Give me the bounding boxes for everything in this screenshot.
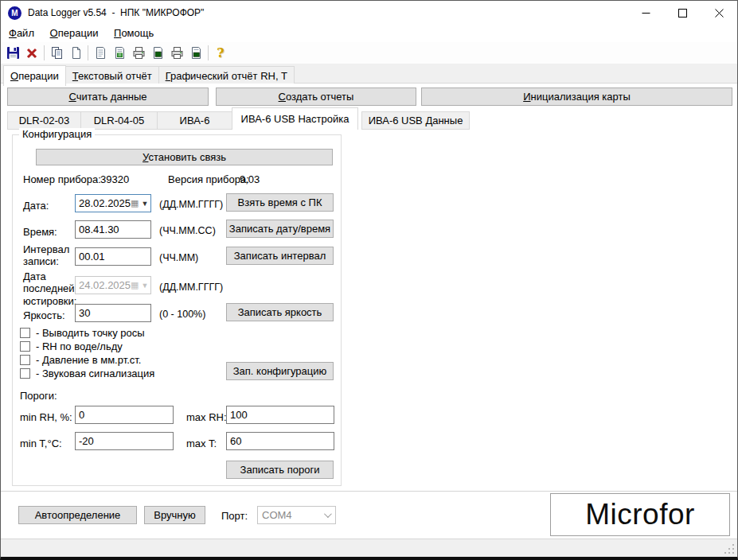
tab-dlr-02-03[interactable]: DLR-02-03 — [7, 111, 81, 130]
brightness-label: Яркость: — [23, 309, 65, 321]
checkbox-row: - Давление в мм.рт.ст. — [20, 354, 141, 366]
write-brightness-button[interactable]: Записать яркость — [226, 303, 334, 321]
toolbar-separator — [208, 45, 209, 60]
device-tabstrip: DLR-02-03 DLR-04-05 ИВА-6 ИВА-6 USB Наст… — [7, 107, 470, 130]
min-rh-label: min RH, %: — [20, 411, 72, 423]
help-icon[interactable]: ? — [211, 44, 230, 62]
new-document-icon[interactable] — [66, 44, 85, 62]
close-icon[interactable] — [701, 1, 737, 25]
write-datetime-button[interactable]: Записать дату/время — [226, 220, 334, 238]
device-version-label: Версия прибора: — [168, 173, 249, 185]
tab-dlr-04-05[interactable]: DLR-04-05 — [80, 111, 158, 130]
date-value: 28.02.2025 — [79, 197, 131, 209]
write-config-button[interactable]: Зап. конфигурацию — [226, 362, 334, 380]
thresholds-label: Пороги: — [20, 390, 57, 402]
max-t-input[interactable] — [226, 432, 334, 450]
brightness-input[interactable] — [75, 304, 151, 322]
export-graphic-icon[interactable] — [186, 44, 205, 62]
print-text-icon[interactable] — [129, 44, 148, 62]
max-rh-input[interactable] — [226, 406, 334, 424]
window-title: Data Logger v5.54 - НПК "МИКРОФОР" — [28, 7, 204, 18]
calibration-format-hint: (ДД.ММ.ГГГГ) — [159, 282, 223, 293]
tab-iva-6-usb-settings[interactable]: ИВА-6 USB Настройка — [232, 107, 358, 130]
autodetect-button[interactable]: Автоопределение — [18, 506, 137, 524]
resize-grip-icon[interactable] — [732, 552, 734, 554]
sound-alarm-label: - Звуковая сигнализация — [36, 368, 154, 379]
min-t-input[interactable] — [75, 432, 174, 450]
tab-graphic-report[interactable]: Графический отчёт RH, T — [158, 66, 295, 85]
menubar: Файл Операции Помощь — [1, 25, 737, 42]
init-card-button[interactable]: Инициализация карты — [421, 88, 732, 106]
max-rh-label: max RH: — [186, 411, 227, 423]
pressure-mmhg-label: - Давление в мм.рт.ст. — [36, 354, 141, 366]
txt-export-icon[interactable] — [110, 44, 129, 62]
port-label: Порт: — [221, 510, 248, 522]
delete-icon[interactable] — [22, 44, 41, 62]
minimize-icon[interactable] — [627, 1, 664, 25]
calibration-date-picker: 24.02.2025 ▦ ▼ — [75, 276, 151, 294]
write-interval-button[interactable]: Записать интервал — [226, 247, 334, 265]
time-input[interactable] — [75, 220, 151, 239]
interval-format-hint: (ЧЧ.ММ) — [159, 252, 198, 263]
checkbox-row: - Выводить точку росы — [20, 327, 145, 339]
write-thresholds-button[interactable]: Записать пороги — [226, 461, 334, 479]
rh-water-ice-checkbox[interactable] — [20, 341, 30, 352]
dew-point-label: - Выводить точку росы — [36, 327, 145, 339]
toolbar-separator — [88, 45, 88, 60]
maximize-icon[interactable] — [664, 1, 701, 25]
print-graphic-icon[interactable] — [167, 44, 186, 62]
device-number-label: Номер прибора: — [23, 173, 101, 185]
min-rh-input[interactable] — [75, 406, 174, 424]
statusbar — [1, 539, 737, 557]
create-reports-button[interactable]: Создать отчеты — [216, 88, 416, 106]
configuration-group: Конфигурация Установить связь Номер приб… — [12, 134, 342, 486]
tab-iva-6[interactable]: ИВА-6 — [157, 111, 232, 130]
max-t-label: max T: — [186, 438, 217, 449]
date-picker[interactable]: 28.02.2025 ▦ ▼ — [75, 194, 151, 212]
pressure-mmhg-checkbox[interactable] — [20, 355, 30, 365]
menu-operations[interactable]: Операции — [44, 25, 105, 41]
calibration-date-value: 24.02.2025 — [79, 279, 131, 291]
microfor-logo-box: Microfor — [550, 493, 730, 536]
time-format-hint: (ЧЧ.ММ.СС) — [159, 225, 216, 236]
interval-input[interactable] — [75, 247, 151, 266]
bottom-separator — [1, 491, 737, 492]
titlebar: M Data Logger v5.54 - НПК "МИКРОФОР" — [1, 1, 737, 25]
rh-water-ice-label: - RH по воде/льду — [36, 340, 123, 352]
port-combobox: COM4 — [257, 506, 336, 524]
sound-alarm-checkbox[interactable] — [20, 368, 30, 379]
interval-label: Интервал записи: — [23, 243, 76, 268]
min-t-label: min T,°C: — [20, 438, 62, 449]
window-controls — [627, 1, 737, 25]
device-number-value: 39320 — [100, 173, 129, 185]
graphic-report-icon[interactable] — [148, 44, 167, 62]
device-version-value: 9,03 — [240, 173, 260, 185]
dew-point-checkbox[interactable] — [20, 328, 30, 338]
tab-operations[interactable]: Операции — [3, 65, 66, 86]
calibration-label: Дата последней юстировки: — [23, 270, 80, 307]
read-data-button[interactable]: Считать данные — [7, 88, 209, 106]
app-window: M Data Logger v5.54 - НПК "МИКРОФОР" Фай… — [0, 0, 738, 560]
date-format-hint: (ДД.ММ.ГГГГ) — [159, 199, 223, 210]
port-value: COM4 — [262, 509, 292, 521]
dropdown-arrow-icon: ▼ — [141, 282, 148, 290]
menu-help[interactable]: Помощь — [107, 25, 160, 41]
chevron-down-icon — [324, 510, 332, 518]
save-icon[interactable] — [3, 44, 22, 62]
tab-text-report[interactable]: Текстовый отчёт — [65, 66, 159, 85]
get-pc-time-button[interactable]: Взять время с ПК — [226, 193, 334, 212]
main-tabstrip: ОперацииТекстовый отчётГрафический отчёт… — [1, 64, 737, 84]
text-report-icon[interactable] — [91, 44, 110, 62]
copy-icon[interactable] — [47, 44, 66, 62]
date-label: Дата: — [23, 200, 49, 212]
manual-button[interactable]: Вручную — [144, 506, 205, 524]
brightness-format-hint: (0 - 100%) — [159, 309, 205, 320]
calendar-icon: ▦ — [131, 280, 139, 290]
connect-button[interactable]: Установить связь — [36, 149, 333, 165]
calendar-icon: ▦ — [131, 198, 139, 208]
group-title: Конфигурация — [19, 128, 95, 140]
tab-iva-6-usb-data[interactable]: ИВА-6 USB Данные — [361, 111, 470, 130]
app-logo-icon: M — [8, 6, 21, 20]
menu-file[interactable]: Файл — [2, 25, 41, 41]
toolbar: ? — [1, 42, 737, 64]
